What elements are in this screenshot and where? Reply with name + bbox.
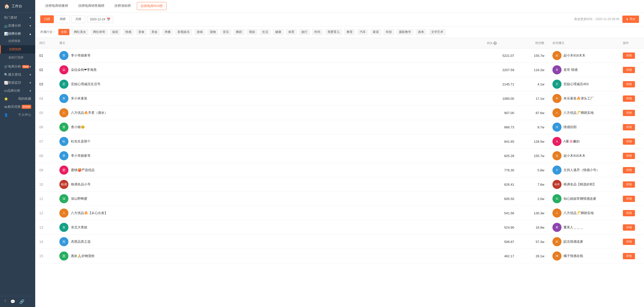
sidebar-item-streamer-search[interactable]: 🔍 播主查找 ▾ (0, 70, 35, 78)
tab-roi-rank[interactable]: 挂榜电商ROI榜 (137, 2, 167, 10)
filter-tag-emotion[interactable]: 情感 (123, 29, 134, 35)
filter-tag-home[interactable]: 家居 (370, 29, 381, 35)
filter-label: 所属行业： (40, 30, 55, 34)
filter-tag-life[interactable]: 生活 (260, 29, 271, 35)
roi-cell: 907.00 (483, 106, 518, 120)
filter-tag-pets[interactable]: 宠物 (207, 29, 218, 35)
filter-tag-food[interactable]: 美食 (136, 29, 147, 35)
filter-tag-literature[interactable]: 文学艺术 (429, 29, 446, 35)
filter-tag-cute-kids[interactable]: 萌娃 (247, 29, 258, 35)
streamer-name: 蜜桃🍑严选优品 (71, 168, 95, 172)
filter-tag-music[interactable]: 音乐 (220, 29, 231, 35)
tab-sales-amount-rank[interactable]: 挂榜电商销售额榜 (73, 0, 109, 12)
similar-avatar: 董 (552, 223, 561, 232)
filter-tag-car[interactable]: 汽车 (357, 29, 368, 35)
detail-button[interactable]: 详情 (623, 95, 635, 102)
avatar-text: 格调 (61, 182, 67, 187)
sidebar-item-brand[interactable]: 🏷 品牌分析 ▾ (0, 86, 35, 94)
rank-value: 10 (39, 182, 43, 186)
avatar: 杜 (59, 137, 68, 146)
sidebar-item-old-hanging[interactable]: · 老铁打赏榜 (0, 54, 35, 62)
filter-tag-travel[interactable]: 旅行 (299, 29, 310, 35)
fans-cell: 4.1w (518, 77, 548, 91)
filter-tag-tech[interactable]: 科技 (383, 29, 394, 35)
sidebar-item-hanging-hot[interactable]: · 挂榜热榜 (0, 45, 35, 54)
sidebar-item-data-monitor[interactable]: 📈 数据监控 ▾ (0, 78, 35, 86)
detail-button[interactable]: 详情 (623, 253, 635, 259)
export-label: 导出 (629, 17, 635, 21)
rank-value: 08 (39, 154, 43, 158)
filter-tag-photo[interactable]: 摄影教学 (396, 29, 414, 35)
filter-tag-dance[interactable]: 舞蹈 (233, 29, 245, 35)
roi-info-icon[interactable]: i (493, 41, 497, 45)
filter-tag-influencer[interactable]: 网红帅哥 (91, 29, 108, 35)
similar-avatar: 八 (552, 108, 561, 117)
detail-button[interactable]: 详情 (623, 181, 635, 188)
filter-tag-fashion-women[interactable]: 网红美女 (71, 29, 89, 35)
streamer-name: 李小哥娘家哥 (71, 53, 91, 58)
export-button[interactable]: ⬆ 导出 (622, 16, 639, 23)
filter-tag-beauty[interactable]: 美妆 (149, 29, 160, 35)
sidebar-item-ecommerce[interactable]: 🛒 电商分析 New ▾ (0, 62, 35, 70)
similar-avatar-text: 八 (556, 211, 558, 215)
streamer-info: 杜 杜先生是那个 (59, 137, 127, 146)
rank-value: 05 (39, 111, 43, 115)
sidebar-label-hanging: 挂榜分析 (8, 31, 21, 36)
sidebar-item-live-analysis[interactable]: 📺 直播分析 ▾ (0, 21, 35, 29)
date-picker[interactable]: 2020-12-24 📅 (87, 16, 113, 23)
search-icon: 🔍 (4, 73, 8, 77)
filter-tag-mother-baby[interactable]: 母婴育儿 (325, 29, 342, 35)
detail-button[interactable]: 详情 (623, 239, 635, 245)
detail-button[interactable]: 详情 (623, 167, 635, 173)
sidebar-item-personal[interactable]: 👤 个人中心 (0, 110, 35, 118)
tab-sales-rank[interactable]: 挂榜电商销量榜 (40, 0, 73, 12)
filter-tag-entertainment[interactable]: 影视娱乐 (175, 29, 192, 35)
avatar-text: 东 (62, 225, 65, 230)
detail-button[interactable]: 详情 (623, 224, 635, 231)
similar-cell-td: 知 知心姐姐常聊情感连麦 (548, 192, 619, 206)
streamer-name: 李小哥娘家哥 (71, 154, 91, 158)
filter-tag-health[interactable]: 健康 (273, 29, 284, 35)
filter-tag-parenting[interactable]: 孕播 (162, 29, 173, 35)
filter-tag-education[interactable]: 教育 (344, 29, 355, 35)
detail-button[interactable]: 详情 (623, 81, 635, 87)
similar-cell-td: 董 董美人＿＿＿ (548, 220, 619, 235)
sidebar-label-brand: 品牌分析 (7, 88, 20, 93)
sidebar-item-purchase[interactable]: 🛍 购买优惠 折扣价 (0, 102, 35, 110)
avatar-text: 宋 (62, 96, 65, 101)
tab-trending-rank[interactable]: 挂榜涨粉榜 (109, 0, 136, 12)
detail-button[interactable]: 详情 (623, 153, 635, 159)
sidebar-item-hanging-search[interactable]: · 挂榜搜索 (0, 37, 35, 45)
filter-tag-fashion[interactable]: 时尚 (312, 29, 323, 35)
fans-cell: 155.7w (518, 48, 548, 63)
sidebar-item-hanging-analysis[interactable]: 📊 挂榜分析 ▴ (0, 29, 35, 37)
link-icon[interactable]: 🔗 (19, 299, 24, 304)
filter-tag-sports[interactable]: 体育 (286, 29, 297, 35)
detail-button[interactable]: 详情 (623, 210, 635, 216)
similar-avatar-text: 知 (556, 197, 558, 200)
detail-button[interactable]: 详情 (623, 196, 635, 202)
similar-cell-td: 八 八方优品🦵脚踏实地 (548, 106, 619, 120)
period-daily-button[interactable]: 日榜 (40, 15, 54, 23)
sidebar-item-collection[interactable]: ⭐ 我的收藏 (0, 94, 35, 102)
chat-icon[interactable]: 💬 (10, 299, 15, 304)
detail-button[interactable]: 详情 (623, 138, 635, 145)
sidebar-label-purchase: 购买优惠 (8, 105, 21, 109)
roi-value: 541.56 (504, 211, 514, 215)
detail-button[interactable]: 详情 (623, 110, 635, 116)
detail-button[interactable]: 详情 (623, 53, 635, 59)
roi-cell: 841.65 (483, 134, 518, 149)
filter-tag-funny[interactable]: 搞笑 (110, 29, 121, 35)
help-icon[interactable]: ? (4, 299, 6, 304)
sidebar-item-hot-materials[interactable]: 热门素材 ▾ (0, 13, 35, 21)
period-weekly-button[interactable]: 周榜 (56, 15, 69, 23)
detail-button[interactable]: 详情 (623, 67, 635, 73)
filter-tag-politics[interactable]: 政务 (416, 29, 427, 35)
sidebar-logo[interactable]: 🏠 工作台 (0, 0, 35, 13)
period-monthly-button[interactable]: 月榜 (71, 15, 85, 23)
detail-button[interactable]: 详情 (623, 124, 635, 130)
filter-tag-all[interactable]: 全部 (58, 29, 69, 35)
similar-avatar-text: A (556, 140, 558, 143)
dot-icon: · (6, 39, 7, 43)
filter-tag-game[interactable]: 游戏 (194, 29, 205, 35)
